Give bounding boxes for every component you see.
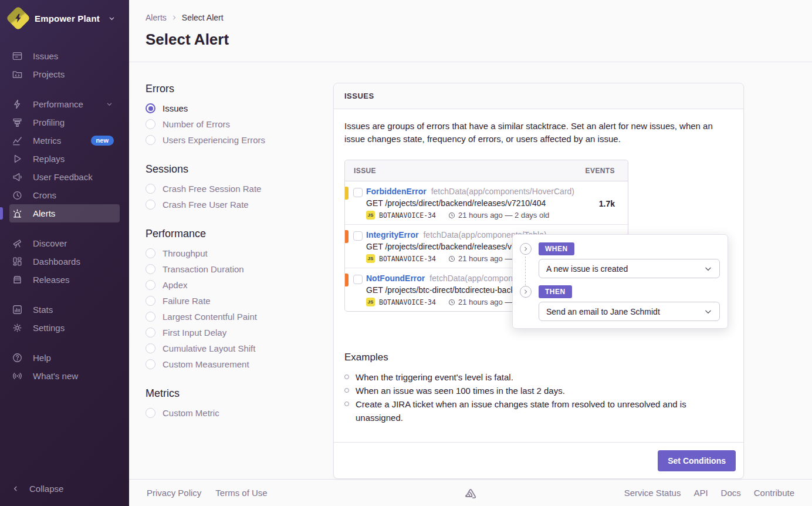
sidebar-item-label: Discover xyxy=(33,238,67,248)
examples-title: Examples xyxy=(344,352,733,363)
option-label: Number of Errors xyxy=(163,119,230,129)
sidebar-item-projects[interactable]: Projects xyxy=(9,65,120,83)
alert-option-apdex[interactable]: Apdex xyxy=(146,277,333,293)
sidebar-item-discover[interactable]: Discover xyxy=(9,234,120,252)
alert-option-custom-measurement[interactable]: Custom Measurement xyxy=(146,356,333,372)
column-issue: ISSUE xyxy=(354,167,376,175)
radio[interactable] xyxy=(146,280,155,290)
alert-option-transaction-duration[interactable]: Transaction Duration xyxy=(146,261,333,277)
alert-type-group-sessions: Sessions Crash Free Session Rate Crash F… xyxy=(146,163,333,212)
replays-icon xyxy=(12,153,23,164)
radio[interactable] xyxy=(146,200,155,210)
sidebar-item-label: Projects xyxy=(33,69,65,79)
content: Errors Issues Number of Errors Users Exp… xyxy=(129,62,812,479)
api-link[interactable]: API xyxy=(693,488,708,498)
option-label: First Input Delay xyxy=(163,328,226,338)
issue-title-link[interactable]: ForbiddenError xyxy=(366,187,427,196)
sidebar-item-whats-new[interactable]: What's new xyxy=(9,367,120,385)
level-indicator xyxy=(345,274,349,286)
sidebar-item-replays[interactable]: Replays xyxy=(9,150,120,168)
sidebar-item-label: Releases xyxy=(33,275,70,285)
sidebar-item-label: Metrics xyxy=(33,136,61,146)
sidebar-item-dashboards[interactable]: Dashboards xyxy=(9,252,120,271)
radio[interactable] xyxy=(146,248,155,258)
option-label: Crash Free User Rate xyxy=(163,200,249,210)
alert-option-crash-free-user-rate[interactable]: Crash Free User Rate xyxy=(146,197,333,212)
alert-option-largest-contentful-paint[interactable]: Largest Contentful Paint xyxy=(146,309,333,325)
radio[interactable] xyxy=(146,312,155,322)
sidebar-item-crons[interactable]: Crons xyxy=(9,186,120,204)
radio[interactable] xyxy=(146,296,155,306)
sidebar-item-label: Dashboards xyxy=(33,257,80,267)
set-conditions-button[interactable]: Set Conditions xyxy=(658,450,736,471)
sidebar-item-label: Settings xyxy=(33,323,65,333)
contribute-link[interactable]: Contribute xyxy=(754,488,794,498)
then-action-select[interactable]: Send an email to Jane Schmidt xyxy=(539,302,720,321)
radio[interactable] xyxy=(146,343,155,353)
sidebar-item-profiling[interactable]: Profiling xyxy=(9,113,120,131)
sidebar-item-issues[interactable]: Issues xyxy=(9,47,120,65)
sidebar-item-alerts[interactable]: Alerts xyxy=(9,204,120,222)
issue-title-link[interactable]: NotFoundError xyxy=(366,274,425,283)
alert-option-failure-rate[interactable]: Failure Rate xyxy=(146,293,333,309)
breadcrumb-alerts-link[interactable]: Alerts xyxy=(146,13,167,22)
issue-events-count: 1.7k xyxy=(599,199,615,208)
sidebar-item-metrics[interactable]: Metrics new xyxy=(9,131,120,150)
terms-of-use-link[interactable]: Terms of Use xyxy=(215,488,267,498)
alert-option-users-experiencing-errors[interactable]: Users Experiencing Errors xyxy=(146,132,333,148)
group-title: Errors xyxy=(146,83,333,95)
sidebar-item-label: Replays xyxy=(33,154,65,164)
sidebar-collapse-button[interactable]: Collapse xyxy=(9,480,120,498)
issue-checkbox[interactable] xyxy=(353,188,363,197)
alert-option-issues[interactable]: Issues xyxy=(146,100,333,116)
chevron-down-icon xyxy=(704,265,712,273)
org-name: Empower Plant xyxy=(35,14,100,23)
issue-checkbox[interactable] xyxy=(353,275,363,284)
gear-icon xyxy=(12,322,23,333)
sidebar-item-settings[interactable]: Settings xyxy=(9,319,120,337)
radio-selected[interactable] xyxy=(146,103,155,113)
option-label: Crash Free Session Rate xyxy=(163,184,261,194)
breadcrumb: Alerts Select Alert xyxy=(146,13,796,22)
alert-wizard-card: WHEN A new issue is created THEN Send an… xyxy=(512,234,728,329)
page-header: Alerts Select Alert Select Alert xyxy=(129,0,812,62)
radio[interactable] xyxy=(146,135,155,145)
sidebar-item-label: Performance xyxy=(33,99,83,109)
service-status-link[interactable]: Service Status xyxy=(624,488,681,498)
radio[interactable] xyxy=(146,408,155,418)
megaphone-icon xyxy=(12,171,23,183)
radio[interactable] xyxy=(146,264,155,274)
examples-list: When the triggering event's level is fat… xyxy=(344,370,733,424)
alert-option-first-input-delay[interactable]: First Input Delay xyxy=(146,325,333,340)
when-condition-select[interactable]: A new issue is created xyxy=(539,259,720,278)
alert-option-custom-metric[interactable]: Custom Metric xyxy=(146,405,333,421)
radio[interactable] xyxy=(146,184,155,194)
sidebar-item-label: Alerts xyxy=(33,208,55,218)
issue-culprit: fetchData(app/components/HoverCard) xyxy=(431,187,574,196)
sidebar-item-user-feedback[interactable]: User Feedback xyxy=(9,168,120,186)
sidebar-item-label: What's new xyxy=(33,371,78,381)
org-switcher[interactable]: Empower Plant xyxy=(0,0,129,33)
alert-option-crash-free-session-rate[interactable]: Crash Free Session Rate xyxy=(146,181,333,197)
page-footer: Privacy Policy Terms of Use Service Stat… xyxy=(129,479,812,506)
alert-option-cumulative-layout-shift[interactable]: Cumulative Layout Shift xyxy=(146,340,333,356)
issue-checkbox[interactable] xyxy=(353,231,363,241)
sidebar-item-performance[interactable]: Performance xyxy=(9,95,120,113)
alert-option-throughput[interactable]: Throughput xyxy=(146,245,333,261)
sidebar-item-releases[interactable]: Releases xyxy=(9,271,120,289)
alert-option-number-of-errors[interactable]: Number of Errors xyxy=(146,116,333,132)
radio[interactable] xyxy=(146,119,155,129)
radio[interactable] xyxy=(146,359,155,369)
sidebar-item-stats[interactable]: Stats xyxy=(9,301,120,319)
chevron-down-icon xyxy=(109,15,115,22)
radio[interactable] xyxy=(146,328,155,338)
issue-title-link[interactable]: IntegrityError xyxy=(366,230,418,239)
privacy-policy-link[interactable]: Privacy Policy xyxy=(147,488,201,498)
option-label: Throughput xyxy=(163,248,208,258)
sidebar-item-label: User Feedback xyxy=(33,172,93,182)
docs-link[interactable]: Docs xyxy=(721,488,741,498)
page-title: Select Alert xyxy=(146,31,796,49)
table-header: ISSUE EVENTS xyxy=(345,160,628,181)
archive-box-icon xyxy=(12,274,23,285)
sidebar-item-help[interactable]: Help xyxy=(9,349,120,367)
